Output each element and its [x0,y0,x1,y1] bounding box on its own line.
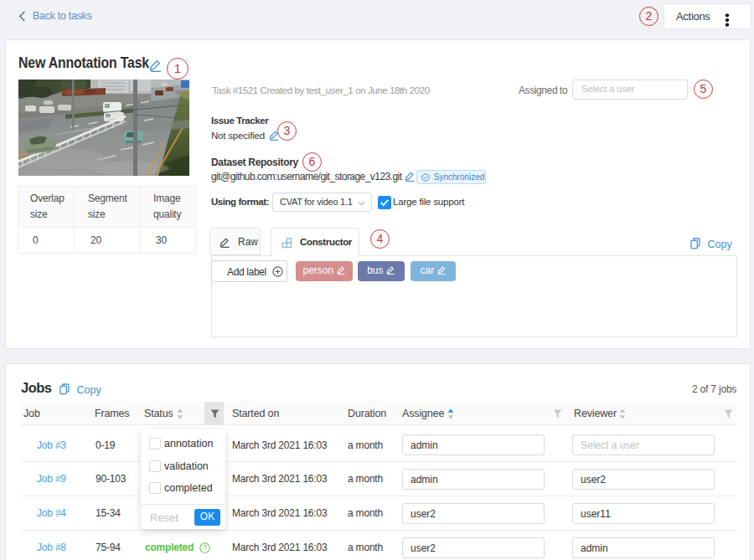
svg-text:?: ? [203,543,207,552]
